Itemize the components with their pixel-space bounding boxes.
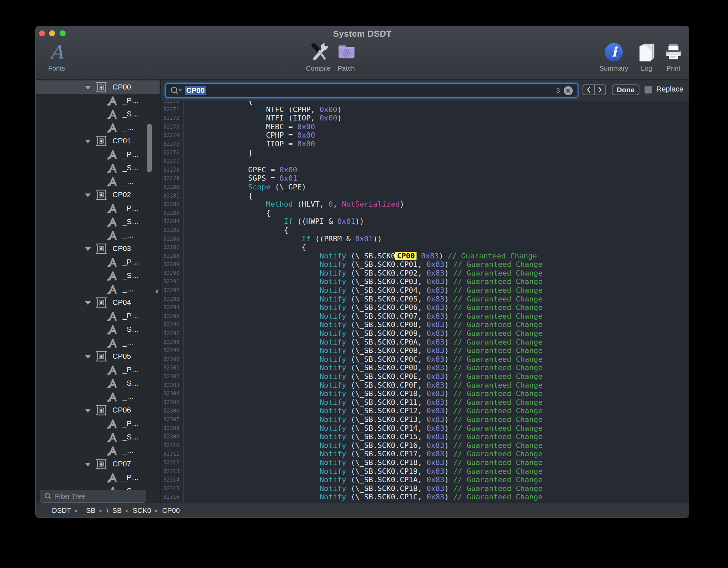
disclosure-triangle-icon[interactable]: [85, 86, 91, 90]
code-line: 32314 Notify (\_SB.SCK0.CP1A, 0x83) // G…: [161, 475, 689, 484]
method-icon: [106, 338, 119, 349]
tree-item-cp07[interactable]: CP07: [36, 457, 160, 471]
tree-child-item[interactable]: _…: [36, 228, 160, 242]
code-line: 32280 Scope (\_GPE): [161, 183, 689, 191]
tree-item-cp00[interactable]: CP00: [36, 80, 160, 94]
code-editor[interactable]: 32270 {32271 NTFC (CPHP, 0x00)32272 NTFI…: [161, 101, 689, 503]
done-button[interactable]: Done: [612, 84, 639, 95]
tree-item-cp04[interactable]: CP04: [36, 296, 160, 309]
tree-child-item[interactable]: _S…: [36, 377, 160, 390]
line-number: 32298: [161, 338, 179, 347]
sidebar-scrollbar-thumb[interactable]: [147, 124, 152, 172]
chevron-right-icon: [598, 86, 602, 93]
tree-child-item[interactable]: _S…: [36, 161, 160, 175]
tree-child-label: _P…: [123, 473, 139, 482]
line-number: 32313: [161, 467, 179, 476]
line-number: 32309: [161, 432, 179, 441]
disclosure-triangle-icon[interactable]: [85, 140, 91, 143]
patch-button[interactable]: Patch: [326, 42, 366, 72]
disclosure-triangle-icon[interactable]: [85, 463, 91, 466]
clear-search-button[interactable]: [564, 86, 573, 95]
tree-child-item[interactable]: _P…: [36, 255, 160, 269]
tree-item-cp06[interactable]: CP06: [36, 403, 160, 417]
code-line: 32309 Notify (\_SB.SCK0.CP15, 0x83) // G…: [161, 432, 689, 441]
tree-child-item[interactable]: _…: [36, 175, 160, 188]
find-prev-next: [583, 84, 606, 95]
device-icon: [95, 243, 108, 254]
tree-child-label: _S…: [123, 433, 139, 441]
tree-child-item[interactable]: _…: [36, 336, 160, 350]
method-icon: [106, 95, 119, 107]
breadcrumb-item[interactable]: \_SB: [106, 506, 122, 514]
filter-tree-input[interactable]: [55, 493, 139, 500]
tree-child-item[interactable]: _S…: [36, 430, 160, 444]
disclosure-triangle-icon[interactable]: [85, 301, 91, 305]
tree-child-item[interactable]: _P…: [36, 94, 160, 107]
line-number: 32316: [161, 493, 179, 501]
fonts-icon: A: [50, 43, 63, 62]
tree-child-item[interactable]: _P…: [36, 202, 160, 215]
code-line: 32270 {: [161, 101, 689, 105]
splitter-handle-dot[interactable]: [156, 290, 158, 293]
tree-child-item[interactable]: _…: [36, 390, 160, 403]
code-line: 32307 Notify (\_SB.SCK0.CP13, 0x83) // G…: [161, 415, 689, 424]
breadcrumb-separator-icon: ▸: [99, 507, 102, 514]
code-line: 32283 {: [161, 209, 689, 217]
tree-child-item[interactable]: _S…: [36, 484, 160, 490]
search-icon[interactable]: [170, 86, 182, 95]
print-button[interactable]: Print: [653, 42, 689, 72]
breadcrumb-item[interactable]: SCK0: [133, 506, 151, 514]
tree-item-cp05[interactable]: CP05: [36, 350, 160, 363]
code-line: 32303 Notify (\_SB.SCK0.CP0F, 0x83) // G…: [161, 381, 689, 390]
tree-child-item[interactable]: _S…: [36, 323, 160, 336]
breadcrumb-item[interactable]: DSDT: [52, 506, 71, 514]
method-icon: [106, 486, 119, 490]
find-previous-button[interactable]: [583, 85, 595, 95]
tree-child-item[interactable]: _…: [36, 444, 160, 457]
print-icon: [653, 42, 689, 63]
line-number: 32303: [161, 381, 179, 390]
line-number: 32274: [161, 131, 179, 140]
tree-child-item[interactable]: _S…: [36, 107, 160, 121]
code-line: 32295 Notify (\_SB.SCK0.CP07, 0x83) // G…: [161, 312, 689, 321]
tree-item-cp03[interactable]: CP03: [36, 242, 160, 255]
disclosure-triangle-icon[interactable]: [85, 355, 91, 359]
code-line: 32272 NTFI (IIOP, 0x00): [161, 114, 689, 122]
code-line: 32285 {: [161, 226, 689, 235]
tree-child-item[interactable]: _P…: [36, 417, 160, 430]
code-line: 32290 Notify (\_SB.SCK0.CP02, 0x83) // G…: [161, 269, 689, 278]
search-input[interactable]: CP00 3: [165, 83, 578, 98]
tree-item-cp02[interactable]: CP02: [36, 188, 160, 202]
find-next-button[interactable]: [595, 85, 605, 95]
code-line: 32291 Notify (\_SB.SCK0.CP03, 0x83) // G…: [161, 277, 689, 286]
tree-child-item[interactable]: _P…: [36, 309, 160, 323]
code-line: 32289 Notify (\_SB.SCK0.CP01, 0x83) // G…: [161, 260, 689, 269]
replace-checkbox[interactable]: [644, 86, 652, 94]
tree-item-cp01[interactable]: CP01: [36, 134, 160, 148]
search-icon: [44, 492, 52, 500]
print-label: Print: [653, 65, 689, 72]
disclosure-triangle-icon[interactable]: [85, 247, 91, 251]
tree-child-item[interactable]: _P…: [36, 363, 160, 377]
line-number: 32291: [161, 277, 179, 286]
line-number: 32301: [161, 363, 179, 372]
line-number: 32292: [161, 286, 179, 295]
tree-item-label: CP07: [112, 460, 131, 468]
tree-child-item[interactable]: _S…: [36, 215, 160, 228]
code-line: 32300 Notify (\_SB.SCK0.CP0C, 0x83) // G…: [161, 355, 689, 364]
tree-child-item[interactable]: _…: [36, 121, 160, 134]
breadcrumb-item[interactable]: CP00: [162, 506, 180, 514]
sidebar: CP00 _P… _S… _… CP01 _P…: [36, 80, 160, 503]
line-number: 32279: [161, 174, 179, 183]
disclosure-triangle-icon[interactable]: [85, 193, 91, 197]
fonts-button[interactable]: A Fonts: [36, 42, 77, 72]
close-icon: [566, 88, 571, 93]
tree-child-item[interactable]: _P…: [36, 148, 160, 161]
breadcrumb-item[interactable]: _SB: [82, 506, 96, 514]
tree-child-item[interactable]: _P…: [36, 471, 160, 484]
tree-child-item[interactable]: _S…: [36, 269, 160, 282]
tree-child-item[interactable]: _…: [36, 282, 160, 296]
line-number: 32306: [161, 406, 179, 415]
filter-tree-field[interactable]: [40, 490, 146, 503]
disclosure-triangle-icon[interactable]: [85, 409, 91, 413]
